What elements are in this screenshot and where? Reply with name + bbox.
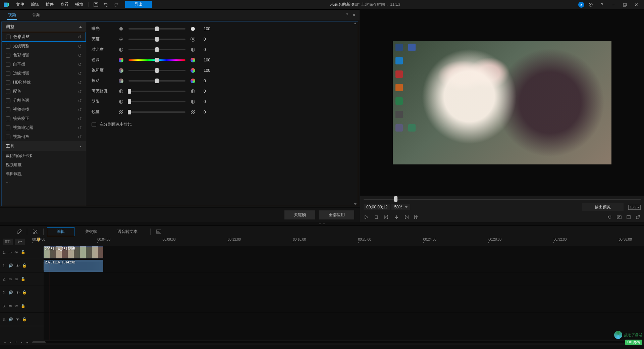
menu-file[interactable]: 文件 [13,2,28,7]
lock-icon[interactable]: 🔓 [22,263,27,268]
effect-stabilizer[interactable]: 视频稳定器↺ [2,123,86,132]
timeline-ruler[interactable]: 00;00;00 00;04;00 00;08;00 00;12;00 00;1… [32,238,641,246]
zoom-in-icon[interactable]: + [14,340,18,345]
apply-all-button[interactable]: 全部应用 [319,210,354,219]
scroll-down-handle[interactable] [354,203,357,205]
contrast-value[interactable]: 0 [204,47,217,52]
zoom-out-icon[interactable]: − [3,340,7,345]
scrollbar-track[interactable] [32,341,634,343]
track-header-v1[interactable]: 1.▭👁🔓 [0,246,44,259]
effect-lens-correct[interactable]: 镜头校正↺ [2,114,86,123]
eye-icon[interactable]: 👁 [16,317,19,321]
track-header-v2[interactable]: 2.▭👁🔓 [0,272,44,286]
timeline-tab-keyframe[interactable]: 关键帧 [76,228,107,236]
effect-split-tone[interactable]: 分割色调↺ [2,96,86,105]
output-preview-button[interactable]: 输出预览 [582,203,624,211]
preview-scrubber[interactable] [364,196,641,202]
keyframe-button[interactable]: 关键帧 [284,210,315,219]
sharpness-value[interactable]: 0 [204,110,217,114]
marker-icon[interactable] [394,214,399,220]
track-header-a1[interactable]: 1.🔊👁🔓 [0,259,44,272]
effect-light-adjust[interactable]: 光线调整↺ [2,42,86,51]
scroll-up-handle[interactable] [354,22,357,24]
tool-crop[interactable]: 裁切/缩放/平移 [2,151,86,160]
effect-white-balance[interactable]: 白平衡↺ [2,60,86,69]
close-icon[interactable]: ✕ [633,2,639,8]
effect-deblur[interactable]: 视频去模↺ [2,105,86,114]
brightness-value[interactable]: 0 [204,37,217,42]
scrollbar-thumb[interactable] [32,341,46,343]
help-icon[interactable]: ? [599,2,605,8]
scroll-left-icon[interactable]: ◂ [25,340,30,345]
lock-icon[interactable]: 🔓 [21,250,25,254]
hue-slider[interactable] [128,59,185,61]
tool-speed[interactable]: 视频速度 [2,160,86,169]
redo-icon[interactable] [113,2,119,8]
playhead-line[interactable] [50,246,50,340]
exposure-value[interactable]: 100 [204,27,217,31]
compare-split-checkbox[interactable]: 在分割预览中对比 [92,121,353,127]
vibrance-value[interactable]: 0 [204,79,217,83]
save-icon[interactable] [93,2,99,8]
zoom-clip-button[interactable] [15,239,25,245]
contrast-slider[interactable] [128,49,185,50]
lock-icon[interactable]: 🔓 [22,317,27,321]
section-tools[interactable]: 工具 [2,141,86,151]
track-content-area[interactable]: 20231116_131429B 20231116_131429B [44,246,644,340]
maximize-icon[interactable] [622,2,628,8]
timeline-tab-speech[interactable]: 语音转文本 [108,228,147,236]
scrubber-head[interactable] [394,196,397,202]
timecode-display[interactable]: 00;00;00;12 [364,204,390,210]
tab-video[interactable]: 视频 [0,10,24,20]
play-icon[interactable] [364,214,369,220]
effect-reverse[interactable]: 视频倒放↺ [2,132,86,141]
account-icon[interactable]: a [578,2,584,8]
tab-audio[interactable]: 音频 [24,10,48,20]
menu-play[interactable]: 播放 [72,2,87,7]
timeline-scrollbar[interactable]: − + ◂ ▸ [0,340,644,345]
volume-icon[interactable] [607,214,612,220]
saturation-value[interactable]: 100 [204,68,217,73]
tool-edit-props[interactable]: 编辑属性 [2,169,86,179]
section-adjust[interactable]: 调整 [2,22,86,32]
undo-icon[interactable] [103,2,109,8]
zoom-select[interactable]: 50% [391,204,410,210]
lock-icon[interactable]: 🔓 [21,277,25,281]
effect-color-adjust[interactable]: 色彩调整↺ [2,32,86,42]
track-header-v3[interactable]: 3.▭👁🔓 [0,299,44,313]
eye-icon[interactable]: 👁 [14,250,18,254]
highlight-value[interactable]: 0 [204,89,217,94]
vibrance-slider[interactable] [128,80,185,82]
snapshot-icon[interactable] [616,214,622,220]
next-frame-icon[interactable] [404,214,409,220]
preview-viewport[interactable] [360,9,644,196]
exposure-slider[interactable] [128,28,185,30]
lock-icon[interactable]: 🔓 [22,290,27,295]
stop-icon[interactable] [374,214,379,220]
highlight-slider[interactable] [128,91,185,92]
effect-color-scheme[interactable]: 配色↺ [2,87,86,96]
zoom-fit-button[interactable] [3,239,13,245]
eye-icon[interactable]: 👁 [16,291,19,295]
cut-tool-icon[interactable] [31,228,40,236]
track-header-a3[interactable]: 3.🔊👁🔓 [0,313,44,326]
tool-more[interactable]: ⋯ [2,179,86,187]
effect-hdr[interactable]: HDR 特效↺ [2,78,86,87]
minimize-icon[interactable]: – [610,2,616,8]
effect-color-enhance[interactable]: 色彩增强↺ [2,51,86,60]
saturation-slider[interactable] [128,70,185,71]
menu-plugin[interactable]: 插件 [42,2,57,7]
eye-icon[interactable]: 👁 [14,277,18,281]
fullscreen-icon[interactable] [626,214,631,220]
timeline-tab-edit[interactable]: 编辑 [47,227,74,236]
popout-icon[interactable] [635,214,641,220]
prev-frame-icon[interactable] [384,214,389,220]
menu-view[interactable]: 查看 [57,2,72,7]
panel-close-icon[interactable]: ✕ [352,13,356,17]
reset-icon[interactable]: ↺ [77,34,82,40]
menu-edit[interactable]: 编辑 [28,2,42,7]
shadow-value[interactable]: 0 [204,99,217,104]
panel-help-icon[interactable]: ? [346,13,348,17]
track-header-a2[interactable]: 2.🔊👁🔓 [0,286,44,299]
lock-icon[interactable]: 🔓 [21,304,25,308]
